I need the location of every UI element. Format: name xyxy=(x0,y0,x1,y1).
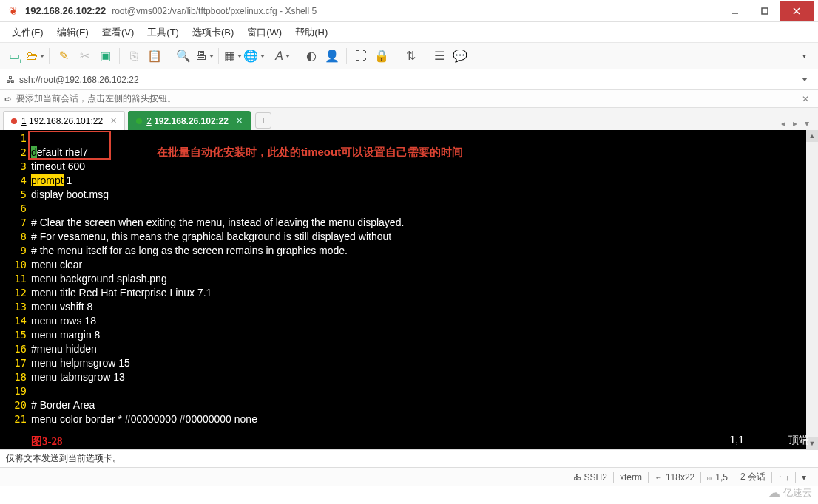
scroll-up-icon[interactable]: ▲ xyxy=(806,130,818,142)
address-dropdown-icon[interactable] xyxy=(802,78,808,81)
status-dot-icon xyxy=(136,118,142,124)
menu-tools[interactable]: 工具(T) xyxy=(141,24,185,41)
hint-bar: ➪ 要添加当前会话，点击左侧的箭头按钮。 ✕ xyxy=(0,90,818,108)
address-bar: 🖧 ssh://root@192.168.26.102:22 xyxy=(0,69,818,90)
window-title-host: 192.168.26.102:22 xyxy=(25,5,106,16)
upload-icon: ↑ xyxy=(778,473,782,482)
menu-view[interactable]: 查看(V) xyxy=(96,24,140,41)
hint-arrow-icon[interactable]: ➪ xyxy=(4,94,12,104)
status-dot-icon xyxy=(11,118,17,124)
menu-file[interactable]: 文件(F) xyxy=(6,24,50,41)
info-updown: ↑↓ xyxy=(772,473,795,482)
lock-icon[interactable]: 🔒 xyxy=(372,47,391,66)
print-icon[interactable]: 🖶 xyxy=(195,47,214,66)
tab-close-icon[interactable]: ✕ xyxy=(110,116,117,126)
send-mode-text: 仅将文本发送到当前选项卡。 xyxy=(6,452,121,465)
address-text[interactable]: ssh://root@192.168.26.102:22 xyxy=(19,75,797,85)
new-session-icon[interactable]: ▭+ xyxy=(4,47,24,66)
hint-text: 要添加当前会话，点击左侧的箭头按钮。 xyxy=(16,92,176,105)
color-scheme-icon[interactable]: ◐ xyxy=(302,47,321,66)
hint-close-icon[interactable]: ✕ xyxy=(797,94,814,104)
annotation-box xyxy=(28,131,111,160)
info-sessions: 2 会话 xyxy=(734,471,771,483)
terminal[interactable]: 1 2 3 4 5 6 7 8 9 10 11 12 13 14 15 16 1… xyxy=(0,130,818,449)
menu-help[interactable]: 帮助(H) xyxy=(289,24,334,41)
tab-strip: 1 192.168.26.101:22 ✕ 2 192.168.26.102:2… xyxy=(0,108,818,130)
script-icon[interactable]: ☰ xyxy=(430,47,449,66)
vim-status: 1,1 顶端 xyxy=(730,434,809,447)
window-title-path: root@vms002:/var/lib/tftpboot/pxelinux.c… xyxy=(112,6,317,16)
tab-prev-icon[interactable]: ◂ xyxy=(778,117,788,130)
session-tab-1[interactable]: 1 192.168.26.101:22 ✕ xyxy=(3,111,125,130)
layout-icon[interactable]: ▦ xyxy=(223,47,243,66)
ssh-icon: 🖧 xyxy=(6,75,15,85)
reconnect-icon[interactable]: ✎ xyxy=(54,47,73,66)
paste-icon[interactable]: 📋 xyxy=(145,47,164,66)
caps-icon: ⎄ xyxy=(707,473,712,482)
menubar: 文件(F) 编辑(E) 查看(V) 工具(T) 选项卡(B) 窗口(W) 帮助(… xyxy=(0,22,818,43)
open-session-icon[interactable]: 🗁 xyxy=(25,47,44,66)
disconnect-icon[interactable]: ✂ xyxy=(75,47,94,66)
connection-infobar: 🖧SSH2 xterm ↔118x22 ⎄1,5 2 会话 ↑↓ ▾ xyxy=(0,467,818,486)
tab-next-icon[interactable]: ▸ xyxy=(790,117,800,130)
send-mode-status: 仅将文本发送到当前选项卡。 xyxy=(0,449,818,467)
info-termsize: ↔118x22 xyxy=(649,472,700,483)
maximize-button[interactable] xyxy=(750,1,780,21)
code-area[interactable]: default rhel7 timeout 600 prompt 1 displ… xyxy=(31,130,806,449)
titlebar: ❦ 192.168.26.102:22 root@vms002:/var/lib… xyxy=(0,0,818,22)
transfer-icon[interactable]: ⇅ xyxy=(401,47,420,66)
info-caps: ⎄1,5 xyxy=(701,472,734,483)
copy-icon[interactable]: ⎘ xyxy=(124,47,143,66)
font-icon[interactable]: A xyxy=(273,47,292,66)
tab-close-icon[interactable]: ✕ xyxy=(236,116,243,126)
find-icon[interactable]: 🔍 xyxy=(174,47,193,66)
vim-scroll-pos: 顶端 xyxy=(788,434,809,447)
terminal-scrollbar[interactable]: ▲ ▼ xyxy=(806,130,818,449)
info-protocol: 🖧SSH2 xyxy=(567,472,613,483)
ssh-icon: 🖧 xyxy=(573,473,581,482)
menu-edit[interactable]: 编辑(E) xyxy=(51,24,95,41)
toolbar-overflow-icon[interactable]: ▾ xyxy=(794,47,814,66)
cloud-icon: ☁ xyxy=(768,486,780,500)
menu-tab[interactable]: 选项卡(B) xyxy=(186,24,240,41)
watermark: ☁ 亿速云 xyxy=(768,486,812,500)
tab-label: 1 192.168.26.101:22 xyxy=(21,116,103,126)
session-tab-2[interactable]: 2 192.168.26.102:22 ✕ xyxy=(128,111,251,130)
properties-icon[interactable]: ▣ xyxy=(95,47,115,66)
toolbar: ▭+ 🗁 ✎ ✂ ▣ ⎘ 📋 🔍 🖶 ▦ 🌐 A ◐ 👤 ⛶ 🔒 ⇅ ☰ 💬 ▾ xyxy=(0,43,818,69)
svg-rect-1 xyxy=(762,8,768,14)
vim-cursor-pos: 1,1 xyxy=(730,434,744,447)
app-icon: ❦ xyxy=(9,5,21,17)
encoding-icon[interactable]: 🌐 xyxy=(244,47,263,66)
new-tab-button[interactable]: + xyxy=(255,112,271,129)
menu-window[interactable]: 窗口(W) xyxy=(241,24,288,41)
tab-list-icon[interactable]: ▾ xyxy=(802,117,812,130)
compose-icon[interactable]: 💬 xyxy=(450,47,470,66)
download-icon: ↓ xyxy=(785,473,790,482)
line-gutter: 1 2 3 4 5 6 7 8 9 10 11 12 13 14 15 16 1… xyxy=(0,130,31,449)
tab-nav: ◂ ▸ ▾ xyxy=(778,117,815,130)
close-button[interactable] xyxy=(780,1,814,21)
fullscreen-icon[interactable]: ⛶ xyxy=(351,47,371,66)
figure-label: 图3-28 xyxy=(31,435,63,449)
minimize-button[interactable] xyxy=(720,1,750,21)
info-overflow[interactable]: ▾ xyxy=(796,472,812,483)
annotation-text: 在批量自动化安装时，此处的timeout可以设置自己需要的时间 xyxy=(157,145,463,159)
tab-label: 2 192.168.26.102:22 xyxy=(146,116,229,126)
user-icon[interactable]: 👤 xyxy=(322,47,342,66)
resize-icon: ↔ xyxy=(655,473,663,482)
info-termtype: xterm xyxy=(614,472,648,483)
